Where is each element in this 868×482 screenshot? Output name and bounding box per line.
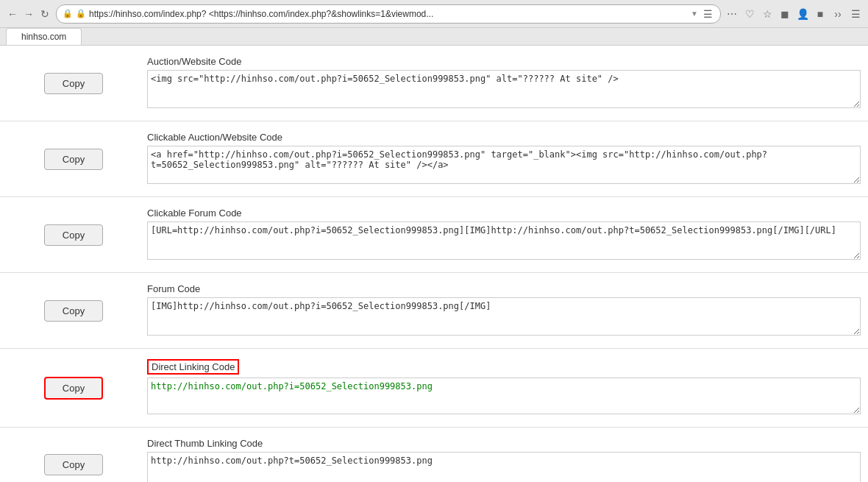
- code-cell-direct-thumb: Direct Thumb Linking Code: [147, 435, 868, 482]
- menu-dots-icon[interactable]: ⋯: [725, 7, 739, 21]
- security-icon: 🔒: [63, 9, 73, 18]
- nav-icons: ← → ↻: [6, 7, 51, 21]
- dropdown-icon[interactable]: ▼: [691, 10, 698, 18]
- code-textarea-forum[interactable]: [147, 297, 861, 336]
- code-textarea-auction-website[interactable]: [147, 70, 861, 108]
- code-label-clickable-auction: Clickable Auction/Website Code: [147, 132, 861, 143]
- profile-icon[interactable]: 👤: [796, 7, 809, 21]
- code-section-direct-linking: CopyDirect Linking Code: [0, 349, 868, 428]
- code-section-forum: CopyForum Code: [0, 273, 868, 349]
- synced-tabs-icon[interactable]: ■: [814, 7, 827, 21]
- copy-btn-cell-clickable-auction: Copy: [0, 129, 147, 189]
- refresh-icon[interactable]: ↻: [38, 7, 51, 21]
- address-text[interactable]: https://hinhso.com/index.php? <https://h…: [89, 9, 688, 19]
- code-textarea-direct-linking[interactable]: [147, 378, 861, 414]
- library-icon[interactable]: ◼: [778, 7, 791, 21]
- address-bar[interactable]: 🔒 🔒 https://hinhso.com/index.php? <https…: [56, 4, 721, 24]
- lock-icon: 🔒: [76, 9, 86, 18]
- code-section-direct-thumb: CopyDirect Thumb Linking Code: [0, 428, 868, 482]
- code-label-direct-thumb: Direct Thumb Linking Code: [147, 438, 861, 449]
- forward-icon[interactable]: →: [22, 7, 35, 21]
- copy-button-forum[interactable]: Copy: [44, 300, 103, 322]
- code-textarea-clickable-auction[interactable]: [147, 146, 861, 184]
- code-label-auction-website: Auction/Website Code: [147, 56, 861, 67]
- code-section-auction-website: CopyAuction/Website Code: [0, 46, 868, 121]
- code-textarea-direct-thumb[interactable]: [147, 452, 861, 482]
- copy-btn-cell-direct-linking: Copy: [0, 356, 147, 419]
- back-icon[interactable]: ←: [6, 7, 19, 21]
- tab-bar: hinhso.com: [0, 28, 868, 46]
- code-label-clickable-forum: Clickable Forum Code: [147, 208, 861, 219]
- copy-button-direct-thumb[interactable]: Copy: [44, 454, 103, 475]
- copy-button-auction-website[interactable]: Copy: [44, 73, 103, 94]
- copy-button-clickable-forum[interactable]: Copy: [44, 224, 103, 246]
- copy-btn-cell-direct-thumb: Copy: [0, 435, 147, 482]
- hamburger-icon[interactable]: ☰: [849, 7, 862, 21]
- code-cell-clickable-forum: Clickable Forum Code: [147, 205, 868, 265]
- copy-btn-cell-clickable-forum: Copy: [0, 205, 147, 265]
- reader-icon[interactable]: ☰: [701, 7, 714, 21]
- bookmark-icon[interactable]: ♡: [743, 7, 756, 21]
- star-icon[interactable]: ☆: [761, 7, 774, 21]
- code-section-clickable-forum: CopyClickable Forum Code: [0, 197, 868, 273]
- copy-button-clickable-auction[interactable]: Copy: [44, 149, 103, 170]
- code-label-forum: Forum Code: [147, 283, 861, 294]
- more-icon[interactable]: ››: [831, 7, 844, 21]
- code-cell-forum: Forum Code: [147, 280, 868, 341]
- code-section-clickable-auction: CopyClickable Auction/Website Code: [0, 121, 868, 197]
- copy-btn-cell-auction-website: Copy: [0, 53, 147, 113]
- code-cell-clickable-auction: Clickable Auction/Website Code: [147, 129, 868, 189]
- sections-container: CopyAuction/Website CodeCopyClickable Au…: [0, 46, 868, 482]
- code-cell-auction-website: Auction/Website Code: [147, 53, 868, 113]
- code-cell-direct-linking: Direct Linking Code: [147, 356, 868, 419]
- browser-chrome: ← → ↻ 🔒 🔒 https://hinhso.com/index.php? …: [0, 0, 868, 28]
- code-label-direct-linking: Direct Linking Code: [147, 359, 239, 375]
- code-textarea-clickable-forum[interactable]: [147, 221, 861, 260]
- active-tab[interactable]: hinhso.com: [6, 28, 82, 45]
- browser-action-icons: ⋯ ♡ ☆ ◼ 👤 ■ ›› ☰: [725, 7, 862, 21]
- copy-btn-cell-forum: Copy: [0, 280, 147, 341]
- copy-button-direct-linking[interactable]: Copy: [44, 377, 103, 400]
- content-area: CopyAuction/Website CodeCopyClickable Au…: [0, 46, 868, 482]
